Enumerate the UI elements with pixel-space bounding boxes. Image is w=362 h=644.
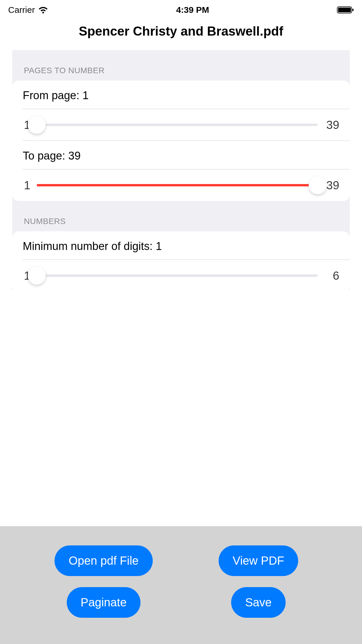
paginate-button[interactable]: Paginate: [67, 587, 141, 618]
svg-rect-2: [352, 9, 354, 11]
save-button[interactable]: Save: [231, 587, 286, 618]
from-max-label: 39: [323, 118, 339, 132]
wifi-icon: [38, 6, 48, 14]
svg-rect-1: [338, 8, 351, 12]
page-title: Spencer Christy and Braswell.pdf: [0, 24, 362, 38]
min-digits-label: Minimum number of digits: 1: [23, 240, 162, 252]
from-page-row: From page: 1: [12, 80, 350, 109]
to-page-label: To page: 39: [23, 150, 81, 162]
min-digits-slider[interactable]: [37, 267, 318, 284]
status-left: Carrier: [8, 5, 48, 15]
to-page-row: To page: 39: [12, 141, 350, 169]
to-page-slider-row: 1 39: [12, 169, 350, 201]
carrier-label: Carrier: [8, 5, 35, 15]
min-digits-row: Minimum number of digits: 1: [12, 231, 350, 260]
status-time: 4:39 PM: [176, 5, 209, 15]
from-page-slider[interactable]: [37, 116, 318, 134]
battery-icon: [337, 6, 354, 14]
from-page-slider-row: 1 39: [12, 109, 350, 141]
numbers-card: Minimum number of digits: 1 1 6: [12, 231, 350, 289]
pages-card: From page: 1 1 39 To page: 39 1 39: [12, 80, 350, 201]
settings-scroll[interactable]: Pages to number From page: 1 1 39 To pag…: [12, 50, 350, 289]
to-page-slider[interactable]: [37, 176, 318, 194]
status-bar: Carrier 4:39 PM: [0, 0, 362, 19]
min-digits-slider-row: 1 6: [12, 260, 350, 289]
section-header-pages: Pages to number: [12, 50, 350, 80]
from-page-label: From page: 1: [23, 89, 89, 102]
to-min-label: 1: [23, 179, 31, 192]
section-header-numbers: Numbers: [12, 201, 350, 231]
view-pdf-button[interactable]: View PDF: [219, 545, 298, 576]
status-right: [337, 6, 354, 14]
bottom-toolbar: Open pdf File View PDF Paginate Save: [0, 526, 362, 644]
open-pdf-button[interactable]: Open pdf File: [55, 545, 152, 576]
digits-max-label: 6: [323, 269, 339, 282]
